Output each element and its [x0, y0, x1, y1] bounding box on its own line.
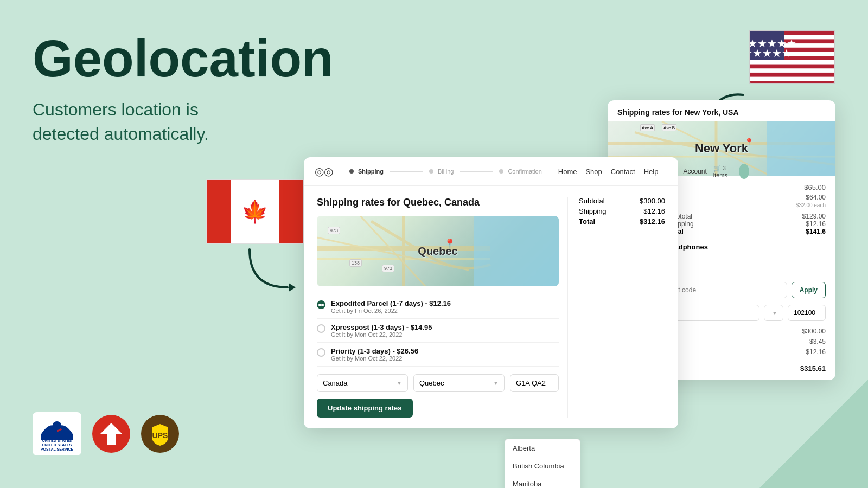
- step-confirmation: Confirmation: [508, 168, 541, 175]
- panel-nav: ◎◎ Shipping Billing Confirmation Home Sh…: [304, 157, 678, 186]
- canada-flag: 🍁: [206, 179, 304, 244]
- ny-panel-header: Shipping rates for New York, USA: [608, 100, 835, 121]
- apply-button[interactable]: Apply: [792, 282, 826, 298]
- step-dot-billing: [429, 169, 433, 174]
- step-billing: Billing: [438, 168, 454, 175]
- dropdown-manitoba[interactable]: Manitoba: [505, 475, 580, 488]
- dropdown-alberta[interactable]: Alberta: [505, 439, 580, 457]
- svg-rect-6: [750, 77, 835, 81]
- option-priority-details: Priority (1-3 days) - $26.56 Get it by M…: [331, 347, 559, 362]
- svg-marker-11: [289, 283, 296, 292]
- province-dropdown: Alberta British Columbia Manitoba: [505, 439, 580, 488]
- shipping-title: Shipping rates for Quebec, Canada: [317, 197, 559, 208]
- usps-text: UNITED STATESPOSTAL SERVICE: [41, 443, 73, 452]
- step-dot-shipping: [349, 169, 354, 174]
- route-badge-973a: 973: [328, 227, 340, 234]
- ny-price-2: $64.00: [668, 194, 826, 201]
- main-title: Geolocation: [33, 33, 336, 85]
- ny-price-each: $32.00 each: [668, 202, 826, 208]
- address-row: Canada ▼ Quebec ▼: [317, 374, 559, 392]
- corner-decoration: [760, 380, 868, 488]
- carriers-section: UNITED STATES UNITED STATESPOSTAL SERVIC…: [33, 412, 179, 455]
- option-expedited-date: Get it by Fri Oct 26, 2022: [331, 307, 559, 314]
- option-priority-date: Get it by Mon Oct 22, 2022: [331, 355, 559, 362]
- flag-red-right: [279, 180, 303, 243]
- shipping-option-3[interactable]: Priority (1-3 days) - $26.56 Get it by M…: [317, 343, 559, 367]
- province-chevron: ▼: [493, 380, 499, 386]
- shipping-row: Shipping $12.16: [579, 207, 665, 215]
- state-chevron: ▼: [772, 310, 777, 316]
- subtitle: Customers location is detected automatic…: [33, 98, 336, 146]
- map-bg: 973 138 973 Quebec 📍: [317, 216, 559, 286]
- map-pin: 📍: [444, 238, 456, 250]
- ny-map-label: New York: [695, 142, 748, 156]
- option-expedited-details: Expodited Parcel (1-7 days) - $12.16 Get…: [331, 299, 559, 314]
- user-avatar: [739, 164, 749, 179]
- usps-logo: UNITED STATES UNITED STATESPOSTAL SERVIC…: [33, 412, 81, 455]
- postal-input[interactable]: [510, 374, 559, 392]
- zip-input[interactable]: [788, 305, 826, 321]
- update-shipping-button[interactable]: Update shipping rates: [317, 399, 413, 418]
- canada-post-logo: [92, 415, 130, 453]
- radio-priority[interactable]: [317, 348, 326, 357]
- svg-text:UPS: UPS: [152, 431, 168, 440]
- nav-help[interactable]: Help: [644, 168, 659, 176]
- ny-ave-b: Ave B: [662, 124, 676, 131]
- step-shipping: Shipping: [358, 168, 384, 175]
- shipping-option-2[interactable]: Xpresspost (1-3 days) - $14.95 Get it by…: [317, 319, 559, 343]
- option-expedited-name: Expodited Parcel (1-7 days) - $12.16: [331, 299, 559, 307]
- shipping-option-1[interactable]: Expodited Parcel (1-7 days) - $12.16 Get…: [317, 295, 559, 319]
- radio-expedited[interactable]: [317, 300, 326, 309]
- state-select[interactable]: ▼: [764, 305, 783, 321]
- radio-xpresspost[interactable]: [317, 324, 326, 333]
- nav-home[interactable]: Home: [558, 168, 577, 176]
- ups-logo: UPS: [141, 415, 179, 453]
- product-info: $64.00 $32.00 each Subtotal $129.00 Ship…: [668, 194, 826, 235]
- curved-arrow: [239, 244, 304, 300]
- country-chevron: ▼: [397, 380, 402, 386]
- option-xpresspost-details: Xpresspost (1-3 days) - $14.95 Get it by…: [331, 323, 559, 338]
- panel-body: Shipping rates for Quebec, Canada: [304, 186, 678, 428]
- route-badge-973b: 973: [382, 265, 394, 272]
- option-priority-name: Priority (1-3 days) - $26.56: [331, 347, 559, 355]
- ny-ave-a: Ave A: [640, 124, 655, 131]
- flag-red-left: [207, 180, 231, 243]
- main-shipping: Shipping rates for Quebec, Canada: [317, 197, 559, 418]
- subtotal-row: Subtotal $300.00: [579, 197, 665, 205]
- option-xpresspost-date: Get it by Mon Oct 22, 2022: [331, 331, 559, 338]
- totals-section: Subtotal $300.00 Shipping $12.16 Total $…: [567, 197, 665, 418]
- checkout-panel: ◎◎ Shipping Billing Confirmation Home Sh…: [304, 157, 678, 428]
- province-select[interactable]: Quebec ▼: [413, 374, 505, 392]
- svg-line-15: [360, 216, 425, 286]
- svg-point-26: [53, 421, 61, 430]
- nav-contact[interactable]: Contact: [611, 168, 635, 176]
- country-select[interactable]: Canada ▼: [317, 374, 408, 392]
- option-xpresspost-name: Xpresspost (1-3 days) - $14.95: [331, 323, 559, 331]
- left-content: Geolocation Customers location is detect…: [33, 33, 336, 168]
- map-container: 973 138 973 Quebec 📍: [317, 216, 559, 286]
- route-badge-138: 138: [349, 259, 362, 267]
- ny-map-pin: 📍: [744, 138, 754, 146]
- account-menu[interactable]: Account: [683, 168, 706, 175]
- svg-rect-5: [750, 68, 835, 73]
- svg-text:UNITED STATES: UNITED STATES: [42, 439, 72, 442]
- dropdown-bc[interactable]: British Columbia: [505, 457, 580, 475]
- cart-items: 🛒 3 items: [713, 165, 732, 178]
- flag-white: 🍁: [231, 180, 279, 243]
- svg-rect-4: [750, 60, 835, 65]
- svg-text:★★★★★: ★★★★★: [750, 47, 792, 59]
- step-dot-confirmation: [499, 169, 503, 174]
- nav-shop[interactable]: Shop: [585, 168, 602, 176]
- panel-logo: ◎◎: [315, 165, 333, 178]
- shipping-options: Expodited Parcel (1-7 days) - $12.16 Get…: [317, 295, 559, 367]
- us-flag: ★★★★★★ ★★★★★: [749, 30, 835, 84]
- total-row: Total $312.16: [579, 217, 665, 226]
